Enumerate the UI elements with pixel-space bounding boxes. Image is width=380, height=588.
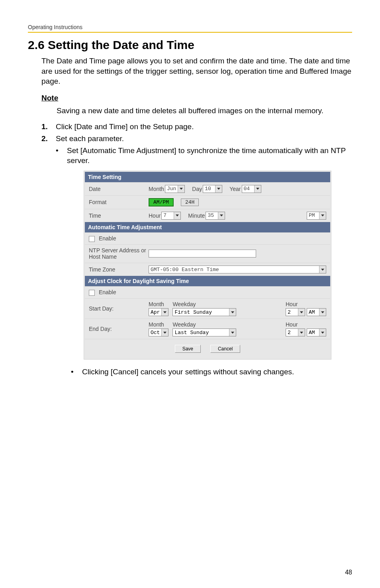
end-day-label: End Day: bbox=[89, 326, 149, 332]
header-rule bbox=[28, 32, 352, 33]
end-hour-caption: Hour bbox=[286, 321, 326, 328]
save-button[interactable]: Save bbox=[175, 345, 201, 353]
start-hour-caption: Hour bbox=[286, 301, 326, 307]
time-setting-header: Time Setting bbox=[85, 172, 330, 182]
time-row: Time Hour 7 Minute bbox=[85, 209, 330, 222]
chevron-down-icon[interactable] bbox=[254, 185, 261, 193]
auto-adjust-header: Automatic Time Adjustment bbox=[85, 222, 330, 232]
chevron-down-icon[interactable] bbox=[229, 329, 236, 336]
end-month-caption: Month bbox=[149, 321, 168, 328]
hour-dropdown[interactable]: 7 bbox=[161, 212, 181, 220]
hour-label: Hour bbox=[149, 212, 161, 219]
post-bullet: • Clicking [Cancel] cancels your setting… bbox=[71, 368, 352, 376]
ampm-button[interactable]: AM/PM bbox=[149, 198, 174, 206]
end-ampm-dropdown[interactable]: AM bbox=[307, 328, 326, 336]
chevron-down-icon[interactable] bbox=[178, 185, 184, 193]
chevron-down-icon[interactable] bbox=[174, 212, 180, 219]
minute-label: Minute bbox=[188, 212, 205, 219]
settings-panel: Time Setting Date Month Jun bbox=[84, 171, 331, 360]
start-month-dropdown[interactable]: Apr bbox=[149, 308, 168, 316]
step-2-sub-text: Set [Automatic Time Adjustment] to synch… bbox=[67, 146, 352, 166]
dst-enable-row: Enable bbox=[85, 286, 330, 298]
ntp-label: NTP Server Address or Host Name bbox=[89, 247, 149, 261]
start-weekday-caption: Weekday bbox=[172, 301, 282, 307]
chevron-down-icon[interactable] bbox=[229, 309, 236, 316]
end-weekday-caption: Weekday bbox=[172, 321, 282, 328]
chevron-down-icon[interactable] bbox=[215, 185, 222, 193]
month-dropdown[interactable]: Jun bbox=[165, 185, 185, 193]
step-2-text: Set each parameter. bbox=[56, 134, 124, 143]
start-weekday-dropdown[interactable]: First Sunday bbox=[172, 308, 236, 316]
chevron-down-icon[interactable] bbox=[161, 309, 168, 316]
start-day-label: Start Day: bbox=[89, 305, 149, 312]
month-label: Month bbox=[149, 186, 164, 192]
tz-row: Time Zone GMT-05:00 Eastern Time bbox=[85, 263, 330, 276]
minute-dropdown[interactable]: 35 bbox=[206, 212, 225, 220]
step-1-number: 1. bbox=[41, 122, 56, 131]
dst-enable-label: Enable bbox=[99, 289, 116, 295]
start-month-caption: Month bbox=[149, 301, 168, 307]
time-label: Time bbox=[89, 212, 149, 219]
start-hour-dropdown[interactable]: 2 bbox=[286, 308, 305, 316]
end-month-dropdown[interactable]: Oct bbox=[149, 328, 168, 336]
tz-label: Time Zone bbox=[89, 266, 149, 273]
start-ampm-dropdown[interactable]: AM bbox=[307, 308, 326, 316]
chevron-down-icon[interactable] bbox=[319, 212, 326, 219]
date-row: Date Month Jun Day bbox=[85, 182, 330, 195]
page-header: Operating Instructions bbox=[28, 24, 352, 32]
end-hour-dropdown[interactable]: 2 bbox=[286, 328, 305, 336]
ampm-dropdown[interactable]: PM bbox=[307, 212, 326, 220]
chevron-down-icon[interactable] bbox=[319, 266, 326, 273]
chevron-down-icon[interactable] bbox=[298, 329, 305, 336]
chevron-down-icon[interactable] bbox=[319, 309, 326, 316]
end-weekday-dropdown[interactable]: Last Sunday bbox=[172, 328, 236, 336]
post-bullet-text: Clicking [Cancel] cancels your settings … bbox=[82, 368, 294, 376]
note-heading: Note bbox=[28, 94, 352, 102]
dst-header: Adjust Clock for Daylight Saving Time bbox=[85, 276, 330, 286]
date-label: Date bbox=[89, 186, 149, 192]
year-label: Year bbox=[229, 186, 241, 192]
button-row: Save Cancel bbox=[85, 339, 330, 358]
intro-paragraph: The Date and Time page allows you to set… bbox=[28, 56, 352, 87]
auto-enable-checkbox[interactable] bbox=[89, 236, 95, 242]
chevron-down-icon[interactable] bbox=[218, 212, 225, 219]
auto-enable-label: Enable bbox=[99, 235, 116, 242]
page-number: 48 bbox=[345, 569, 352, 576]
end-day-row: End Day: Month Oct Weekday bbox=[85, 319, 330, 339]
step-2: 2. Set each parameter. • Set [Automatic … bbox=[41, 134, 352, 364]
chevron-down-icon[interactable] bbox=[298, 309, 305, 316]
24h-button[interactable]: 24H bbox=[181, 199, 199, 206]
day-label: Day bbox=[192, 186, 202, 192]
note-text: Saving a new date and time deletes all b… bbox=[28, 106, 352, 116]
format-row: Format AM/PM 24H bbox=[85, 195, 330, 209]
day-dropdown[interactable]: 10 bbox=[203, 185, 222, 193]
step-1-text: Click [Date and Time] on the Setup page. bbox=[56, 122, 352, 131]
chevron-down-icon[interactable] bbox=[319, 329, 326, 336]
cancel-button[interactable]: Cancel bbox=[210, 345, 240, 353]
step-1: 1. Click [Date and Time] on the Setup pa… bbox=[41, 122, 352, 131]
chevron-down-icon[interactable] bbox=[161, 329, 168, 336]
section-title: 2.6 Setting the Date and Time bbox=[28, 38, 352, 52]
auto-enable-row: Enable bbox=[85, 232, 330, 244]
ntp-input[interactable] bbox=[149, 250, 256, 258]
step-2-number: 2. bbox=[41, 134, 56, 364]
dst-enable-checkbox[interactable] bbox=[89, 290, 95, 296]
format-label: Format bbox=[89, 199, 149, 205]
year-dropdown[interactable]: 04 bbox=[242, 185, 261, 193]
step-2-sub: • Set [Automatic Time Adjustment] to syn… bbox=[56, 146, 352, 166]
tz-dropdown[interactable]: GMT-05:00 Eastern Time bbox=[149, 265, 326, 273]
ntp-row: NTP Server Address or Host Name bbox=[85, 244, 330, 263]
start-day-row: Start Day: Month Apr Weekday bbox=[85, 298, 330, 319]
